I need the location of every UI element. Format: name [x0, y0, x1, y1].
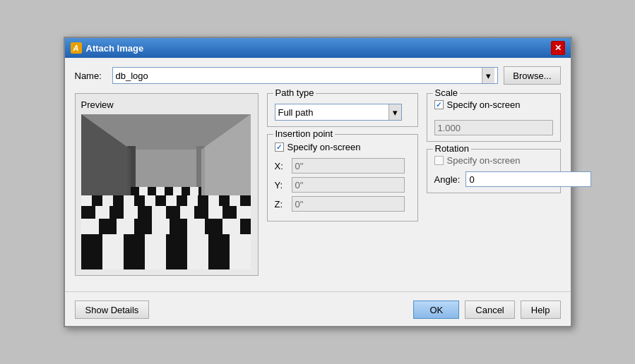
insertion-point-label: Insertion point [273, 128, 336, 139]
svg-rect-42 [145, 195, 155, 206]
show-details-button[interactable]: Show Details [75, 301, 150, 319]
svg-rect-29 [152, 206, 166, 219]
cancel-button[interactable]: Cancel [465, 301, 514, 319]
svg-rect-19 [170, 219, 187, 234]
insertion-specify-checkbox[interactable] [275, 142, 284, 152]
svg-rect-27 [124, 206, 138, 219]
svg-rect-18 [152, 219, 170, 234]
dialog-body: Name: db_logo ▾ Browse... Preview [65, 58, 571, 284]
footer-right: OK Cancel Help [413, 301, 560, 319]
svg-rect-59 [190, 187, 198, 195]
path-type-label: Path type [273, 87, 316, 98]
help-button[interactable]: Help [521, 301, 561, 319]
svg-rect-43 [155, 195, 166, 206]
svg-rect-15 [99, 219, 117, 234]
name-dropdown-arrow[interactable]: ▾ [482, 68, 494, 83]
svg-rect-38 [102, 195, 113, 206]
svg-rect-58 [182, 187, 190, 195]
svg-rect-17 [134, 219, 152, 234]
scale-label: Scale [433, 87, 461, 98]
svg-rect-13 [230, 234, 251, 269]
insertion-specify-label: Specify on-screen [287, 142, 361, 152]
z-input[interactable] [292, 196, 405, 212]
svg-rect-14 [81, 219, 99, 234]
svg-rect-25 [95, 206, 109, 219]
angle-input[interactable] [465, 171, 591, 187]
y-row: Y: [275, 177, 410, 193]
svg-rect-39 [113, 195, 124, 206]
y-input[interactable] [292, 177, 405, 193]
angle-label: Angle: [434, 174, 461, 185]
svg-rect-23 [240, 219, 251, 234]
app-icon: A [71, 42, 82, 54]
scale-specify-checkbox[interactable] [434, 100, 444, 109]
path-type-combo[interactable]: Full path ▾ [275, 104, 402, 121]
dialog-title: Attach Image [86, 43, 144, 54]
svg-rect-26 [109, 206, 124, 219]
path-type-arrow[interactable]: ▾ [388, 104, 401, 120]
svg-rect-47 [198, 195, 208, 206]
right-section: Scale Specify on-screen Rotation Specify… [427, 93, 561, 276]
rotation-group: Rotation Specify on-screen Angle: [427, 149, 561, 193]
svg-rect-52 [131, 187, 139, 195]
scale-group: Scale Specify on-screen [427, 93, 561, 142]
scale-input[interactable] [434, 120, 553, 135]
svg-rect-57 [173, 187, 182, 195]
svg-rect-34 [222, 206, 237, 219]
svg-rect-33 [208, 206, 222, 219]
name-row: Name: db_logo ▾ Browse... [75, 66, 561, 85]
name-label: Name: [75, 71, 107, 81]
svg-rect-40 [124, 195, 134, 206]
svg-rect-32 [194, 206, 208, 219]
middle-section: Path type Full path ▾ Insertion point Sp… [267, 93, 418, 276]
rotation-label: Rotation [433, 143, 471, 154]
rotation-specify-row: Specify on-screen [434, 155, 553, 166]
svg-rect-50 [230, 195, 240, 206]
close-button[interactable]: ✕ [551, 41, 565, 55]
title-bar-left: A Attach Image [71, 42, 144, 54]
path-type-value: Full path [275, 104, 388, 120]
path-type-row: Full path ▾ [275, 104, 410, 121]
svg-rect-48 [208, 195, 219, 206]
name-combobox[interactable]: db_logo ▾ [112, 67, 499, 84]
svg-rect-16 [117, 219, 134, 234]
preview-label: Preview [81, 99, 252, 110]
svg-rect-30 [166, 206, 180, 219]
footer: Show Details OK Cancel Help [65, 291, 571, 326]
x-row: X: [275, 158, 410, 174]
title-bar: A Attach Image ✕ [65, 38, 571, 58]
svg-rect-12 [208, 234, 230, 269]
svg-rect-49 [219, 195, 230, 206]
path-type-group: Path type Full path ▾ [267, 93, 418, 127]
scale-specify-row: Specify on-screen [434, 99, 553, 110]
svg-rect-53 [139, 187, 148, 195]
ok-button[interactable]: OK [413, 301, 459, 319]
footer-left: Show Details [75, 301, 150, 319]
svg-rect-44 [166, 195, 177, 206]
svg-rect-37 [92, 195, 102, 206]
z-label: Z: [275, 199, 287, 210]
angle-row: Angle: [434, 171, 553, 187]
svg-rect-35 [237, 206, 251, 219]
svg-rect-54 [148, 187, 156, 195]
svg-rect-51 [240, 195, 251, 206]
y-label: Y: [275, 180, 287, 190]
svg-rect-45 [177, 195, 187, 206]
svg-rect-41 [134, 195, 145, 206]
svg-rect-6 [81, 234, 102, 269]
svg-rect-9 [145, 234, 166, 269]
svg-rect-21 [205, 219, 222, 234]
attach-image-dialog: A Attach Image ✕ Name: db_logo ▾ Browse.… [64, 37, 572, 327]
svg-rect-60 [198, 187, 201, 195]
svg-rect-11 [187, 234, 208, 269]
rotation-specify-checkbox[interactable] [434, 156, 444, 165]
x-input[interactable] [292, 158, 405, 174]
browse-button[interactable]: Browse... [504, 66, 560, 85]
svg-rect-10 [166, 234, 187, 269]
svg-rect-46 [187, 195, 198, 206]
svg-rect-22 [222, 219, 240, 234]
x-label: X: [275, 161, 287, 171]
svg-rect-56 [165, 187, 173, 195]
scale-specify-label: Specify on-screen [447, 99, 521, 110]
preview-svg [81, 114, 251, 269]
